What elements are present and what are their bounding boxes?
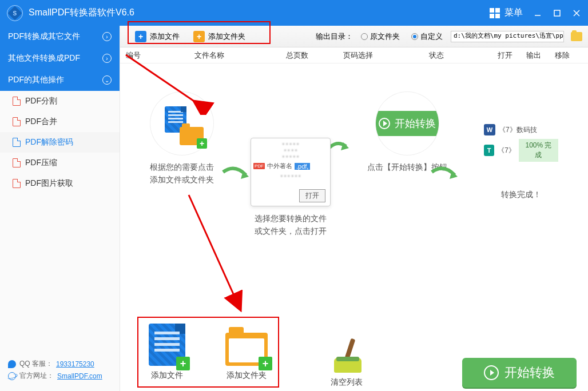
chevron-down-icon: ⌄ [102,75,112,85]
radio-original-folder[interactable]: 原文件夹 [361,31,400,42]
sidebar-item-pdf-split[interactable]: PDF分割 [0,91,120,111]
toolbar: + 添加文件 + 添加文件夹 输出目录： 原文件夹 自定义 d:\我的文档\my… [120,26,588,47]
sidebar-item-pdf-unlock[interactable]: PDF解除密码 [0,132,120,153]
add-file-action[interactable]: + 添加文件 [149,324,185,381]
add-file-label: 添加文件 [151,370,183,381]
sidebar-section-convert-from-pdf[interactable]: PDF转换成其它文件 › [0,26,120,47]
sidebar-section-label: PDF的其他操作 [8,75,64,85]
add-file-label: 添加文件 [150,31,180,42]
chevron-right-icon: › [102,54,112,63]
sidebar-item-label: PDF分割 [25,96,57,106]
output-path-input[interactable]: d:\我的文档\my pictures\迅宜\ppt [451,31,564,42]
sidebar: PDF转换成其它文件 › 其他文件转换成PDF › PDF的其他操作 ⌄ PDF… [0,26,120,391]
bottom-action-row: + 添加文件 + 添加文件夹 清空列表 开始转换 [137,317,577,388]
guide-step-2: ▪ ▪ ▪ ▪ ▪▪ ▪ ▪ ▪▪ ▪ ▪ ▪ ▪ PDF中外著名.pdf, ▪… [251,138,331,238]
sidebar-item-pdf-merge[interactable]: PDF合并 [0,111,120,132]
pdf-icon [13,158,21,167]
col-remove: 移除 [555,50,583,61]
guide-step-1: + 根据您的需要点击 添加文件或文件夹 [150,92,214,186]
sidebar-item-pdf-compress[interactable]: PDF压缩 [0,153,120,173]
step2-caption: 选择您要转换的文件 或文件夹，点击打开 [255,212,327,238]
svg-rect-1 [554,10,560,16]
guide-step-3: 开始转换 点击【开始转换】按钮 [367,92,447,173]
col-output: 输出 [526,50,555,61]
col-page-select: 页码选择 [343,50,429,61]
title-bar: S SmallPDF转换器软件V6.6 菜单 [0,0,588,26]
table-header: 编号 文件名称 总页数 页码选择 状态 打开 输出 移除 [120,47,588,63]
start-chip: 开始转换 [376,111,439,136]
sidebar-item-label: PDF合并 [25,117,57,127]
browse-folder-icon[interactable] [571,32,582,41]
qq-label: QQ 客服： [19,359,53,369]
menu-button[interactable]: 菜单 [490,7,523,19]
start-convert-button[interactable]: 开始转换 [462,358,577,388]
radio-label: 原文件夹 [370,31,400,42]
app-logo: S [7,5,23,21]
add-folder-label: 添加文件夹 [227,370,267,381]
mock-filename: 中外著名 [267,162,292,170]
add-folder-button[interactable]: + 添加文件夹 [189,29,250,45]
col-pages: 总页数 [286,50,343,61]
menu-label: 菜单 [504,7,523,19]
sidebar-item-label: PDF压缩 [25,158,57,168]
radio-custom-folder[interactable]: 自定义 [411,31,443,42]
pdf-icon [13,138,21,147]
play-icon [484,365,499,380]
result-filename: 《7》数码技 [499,125,537,135]
broom-icon [332,338,361,373]
pdf-icon [13,179,21,188]
step4-results: W《7》数码技 T《7》100% 完成 [484,121,558,165]
minimize-button[interactable] [533,9,542,18]
add-folder-action[interactable]: + 添加文件夹 [225,324,268,381]
mock-open-button: 打开 [299,189,325,202]
col-open: 打开 [498,50,526,61]
result-filename: 《7》 [498,146,515,155]
plus-icon: + [197,138,207,149]
qq-link[interactable]: 1933175230 [56,360,94,368]
site-link[interactable]: SmallPDF.com [57,372,102,380]
sidebar-item-pdf-extract-image[interactable]: PDF图片获取 [0,173,120,194]
close-button[interactable] [572,9,581,18]
sidebar-section-pdf-other[interactable]: PDF的其他操作 ⌄ [0,69,120,91]
clear-list-action[interactable]: 清空列表 [331,338,363,388]
chevron-right-icon: › [102,32,112,41]
col-status: 状态 [429,50,498,61]
start-chip-label: 开始转换 [395,117,436,130]
plus-icon: + [259,357,272,370]
sidebar-section-convert-to-pdf[interactable]: 其他文件转换成PDF › [0,47,120,69]
pdf-icon [13,117,21,126]
guide-area: + 根据您的需要点击 添加文件或文件夹 ▪ ▪ ▪ ▪ ▪▪ ▪ ▪ ▪▪ ▪ … [120,63,588,391]
plus-file-icon: + [135,31,146,42]
guide-step-4: W《7》数码技 T《7》100% 完成 转换完成！ [484,121,558,201]
sidebar-footer: QQ 客服：1933175230 官方网址：SmallPDF.com [0,351,120,391]
step4-caption: 转换完成！ [501,188,541,201]
mock-ext: .pdf, [295,163,310,170]
sidebar-item-label: PDF解除密码 [25,137,73,147]
step3-icon: 开始转换 [376,92,439,155]
pdf-icon [13,97,21,106]
content-area: + 添加文件 + 添加文件夹 输出目录： 原文件夹 自定义 d:\我的文档\my… [120,26,588,391]
browser-icon [8,372,16,380]
text-icon: T [484,145,494,156]
step1-caption: 根据您的需要点击 添加文件或文件夹 [150,161,214,186]
annotation-highlight-box-2: + 添加文件 + 添加文件夹 [137,317,279,388]
step2-mock-dialog: ▪ ▪ ▪ ▪ ▪▪ ▪ ▪ ▪▪ ▪ ▪ ▪ ▪ PDF中外著名.pdf, ▪… [251,138,331,206]
output-dir-label: 输出目录： [316,31,353,42]
sidebar-section-label: PDF转换成其它文件 [8,31,80,42]
plus-icon: + [176,357,190,370]
col-id: 编号 [126,50,194,61]
clear-list-label: 清空列表 [331,377,363,388]
site-label: 官方网址： [19,371,54,381]
flow-arrow-3 [429,166,458,195]
done-badge: 100% 完成 [519,139,558,162]
plus-folder-icon: + [193,31,205,42]
add-folder-label: 添加文件夹 [208,31,245,42]
flow-arrow-1 [220,166,249,195]
col-filename: 文件名称 [194,50,286,61]
menu-grid-icon [490,8,500,18]
pdf-badge-icon: PDF [253,163,265,169]
add-file-button[interactable]: + 添加文件 [130,29,184,45]
app-title: SmallPDF转换器软件V6.6 [29,7,490,19]
maximize-button[interactable] [553,9,562,18]
start-convert-label: 开始转换 [504,364,555,381]
